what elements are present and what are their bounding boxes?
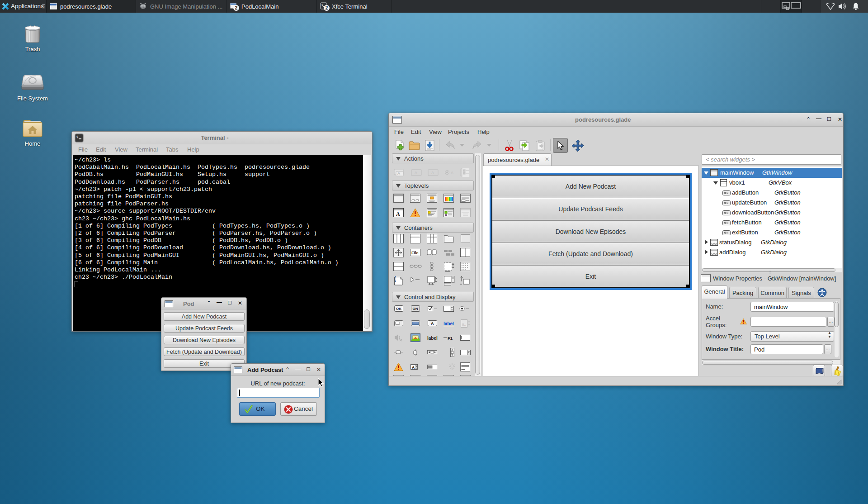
svg-text:A: A — [431, 171, 434, 175]
svg-text:A: A — [412, 365, 415, 370]
svg-text:$: $ — [321, 3, 323, 6]
svg-text:A: A — [451, 171, 453, 175]
svg-text:label: label — [443, 321, 454, 326]
svg-text:A: A — [397, 171, 400, 176]
svg-text:0..: 0.. — [462, 323, 466, 327]
svg-text:OK: OK — [396, 307, 401, 311]
svg-text:ON: ON — [413, 307, 418, 311]
svg-text:A: A — [396, 211, 400, 217]
svg-text:File: File — [411, 251, 419, 255]
svg-text:F1: F1 — [448, 336, 453, 341]
svg-text:A: A — [415, 171, 417, 175]
svg-text:A: A — [431, 321, 434, 326]
svg-text:label: label — [427, 336, 438, 341]
